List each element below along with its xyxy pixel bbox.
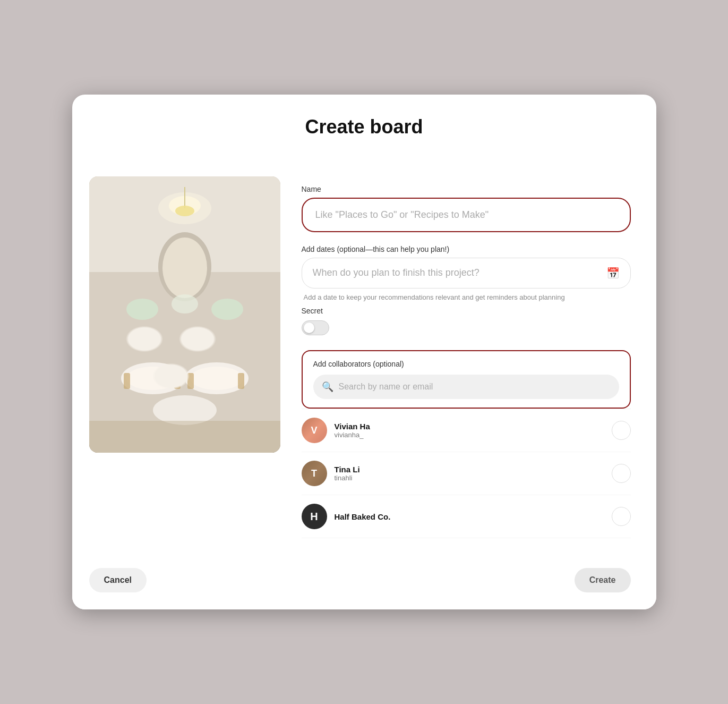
svg-rect-17 <box>174 373 181 389</box>
collaborator-info: Vivian Ha vivianha_ <box>335 422 604 439</box>
board-image-content <box>89 176 280 453</box>
collaborator-search-input[interactable] <box>339 382 611 392</box>
collaborators-list-container[interactable]: V Vivian Ha vivianha_ T <box>302 409 631 538</box>
svg-rect-19 <box>238 373 244 389</box>
avatar-image: H <box>302 504 327 529</box>
collaborator-select-button[interactable] <box>612 421 631 440</box>
create-button[interactable]: Create <box>575 568 631 592</box>
modal-title: Create board <box>98 116 631 138</box>
date-input[interactable] <box>313 267 606 278</box>
collaborators-list: V Vivian Ha vivianha_ T <box>302 409 631 538</box>
collaborators-label: Add collaborators (optional) <box>313 360 619 368</box>
list-item: V Vivian Ha vivianha_ <box>302 409 631 452</box>
avatar-image: V <box>302 418 327 443</box>
list-item: T Tina Li tinahli <box>302 452 631 495</box>
list-item: H Half Baked Co. <box>302 495 631 538</box>
avatar-image: T <box>302 461 327 486</box>
svg-rect-18 <box>187 373 194 389</box>
svg-point-7 <box>162 238 207 298</box>
name-input[interactable] <box>305 201 628 229</box>
date-hint: Add a date to keep your recommendations … <box>302 293 631 302</box>
secret-label: Secret <box>302 307 631 315</box>
modal-footer: Cancel Create <box>72 555 656 609</box>
avatar: H <box>302 504 327 529</box>
svg-rect-16 <box>124 373 130 389</box>
collaborator-username: tinahli <box>335 474 604 482</box>
svg-rect-20 <box>89 421 280 453</box>
board-image-section <box>72 159 285 555</box>
collaborator-name: Tina Li <box>335 465 604 474</box>
cancel-button[interactable]: Cancel <box>89 568 147 592</box>
svg-point-10 <box>172 294 198 313</box>
svg-point-15 <box>190 367 243 390</box>
avatar: T <box>302 461 327 486</box>
name-field-group: Name <box>302 185 631 232</box>
avatar: V <box>302 418 327 443</box>
svg-point-11 <box>121 362 185 394</box>
collaborator-select-button[interactable] <box>612 464 631 483</box>
name-field-box <box>302 198 631 232</box>
svg-point-8 <box>126 299 158 320</box>
secret-field-group: Secret <box>302 307 631 335</box>
collaborator-name: Vivian Ha <box>335 422 604 431</box>
collaborator-name: Half Baked Co. <box>335 512 604 521</box>
name-label: Name <box>302 185 631 193</box>
collaborator-select-button[interactable] <box>612 507 631 526</box>
create-board-modal: Create board <box>72 95 656 609</box>
date-field-group: Add dates (optional—this can help you pl… <box>302 245 631 302</box>
search-wrapper: 🔍 <box>313 375 619 399</box>
toggle-thumb <box>304 323 314 333</box>
collaborators-box: Add collaborators (optional) 🔍 <box>302 350 631 409</box>
svg-point-14 <box>126 367 179 390</box>
form-section: Name Add dates (optional—this can help y… <box>285 159 656 555</box>
collaborator-info: Half Baked Co. <box>335 512 604 521</box>
svg-point-5 <box>175 206 194 216</box>
collaborator-info: Tina Li tinahli <box>335 465 604 482</box>
date-label: Add dates (optional—this can help you pl… <box>302 245 631 253</box>
svg-point-9 <box>211 299 243 320</box>
search-icon: 🔍 <box>322 381 333 393</box>
calendar-icon: 📅 <box>606 267 620 279</box>
svg-point-13 <box>153 395 217 425</box>
date-field-wrapper: 📅 <box>302 258 631 289</box>
board-preview-image <box>89 176 280 453</box>
collaborator-username: vivianha_ <box>335 431 604 439</box>
secret-toggle[interactable] <box>302 320 329 335</box>
